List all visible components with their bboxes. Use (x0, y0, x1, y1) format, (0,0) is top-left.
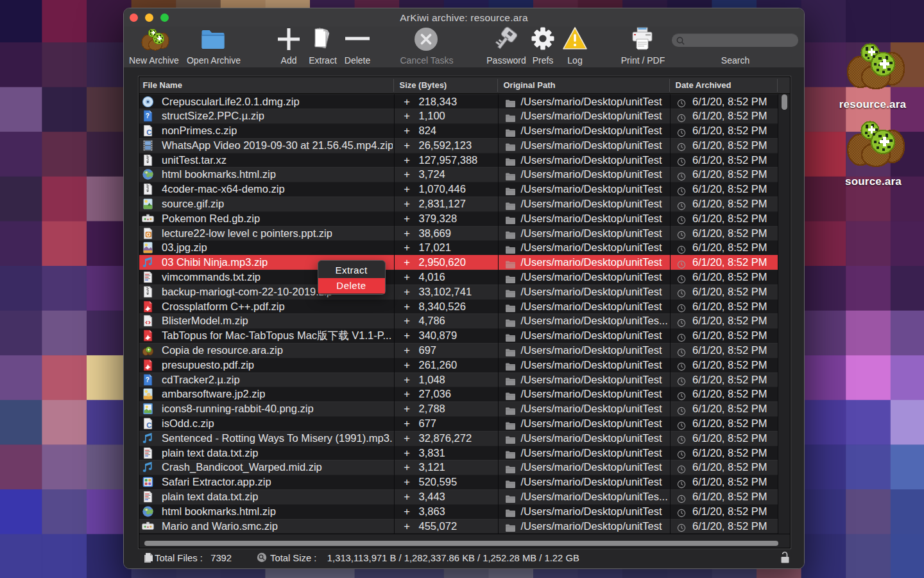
svg-text:?: ? (146, 376, 150, 383)
svg-text:C: C (146, 421, 151, 429)
svg-text:?: ? (146, 113, 150, 120)
svg-text:C: C (146, 128, 151, 136)
